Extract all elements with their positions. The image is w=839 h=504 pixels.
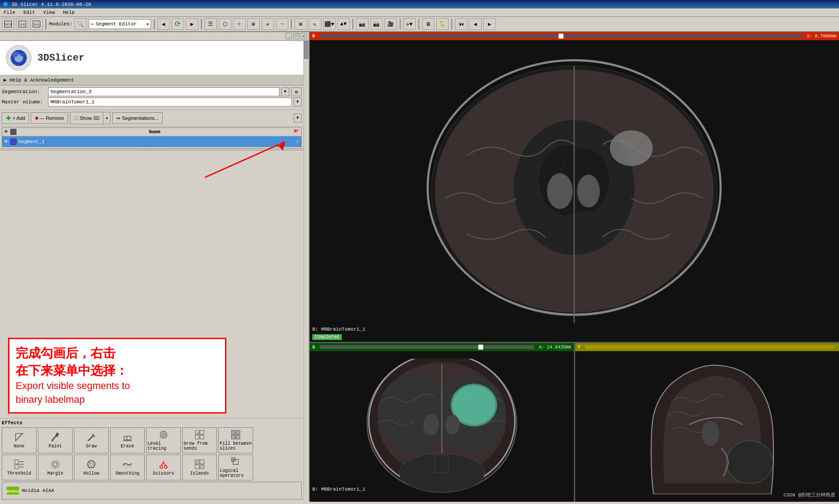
svg-point-74 bbox=[452, 385, 495, 425]
app-title: 3D Slicer 4.11.0-2020-06-20 bbox=[12, 2, 91, 7]
effect-logical-operators[interactable]: Logical operators bbox=[218, 455, 253, 480]
panel-chrome: _ □ ✕ bbox=[0, 32, 309, 41]
segmentation-options-btn[interactable]: ⚙ bbox=[291, 87, 302, 96]
toolbar-dcm-btn[interactable]: DCM bbox=[16, 18, 29, 30]
sagittal-brain-svg bbox=[588, 359, 826, 494]
panel-maximize-btn[interactable]: □ bbox=[293, 33, 299, 39]
toolbar-arrow-btn[interactable]: → bbox=[276, 18, 288, 30]
toolbar-back-btn[interactable]: ◀ bbox=[157, 18, 170, 30]
panel-close-btn[interactable]: ✕ bbox=[301, 33, 307, 39]
effect-smoothing[interactable]: Smoothing bbox=[110, 455, 145, 480]
paint-icon bbox=[50, 432, 61, 443]
toolbar-list-btn[interactable]: ☰ bbox=[205, 18, 217, 30]
menu-view[interactable]: View bbox=[41, 9, 57, 16]
completed-badge: Completed bbox=[312, 334, 342, 340]
seg-vis-icon: 👁 bbox=[4, 139, 8, 144]
effect-draw[interactable]: Draw bbox=[74, 427, 109, 453]
show3d-button[interactable]: ⬡ Show 3D bbox=[70, 112, 103, 124]
scissors-icon bbox=[158, 459, 169, 470]
viewer-green-label: G bbox=[312, 345, 315, 350]
effect-islands[interactable]: Islands bbox=[182, 455, 217, 480]
toolbar-save-btn[interactable]: SAVE bbox=[30, 18, 43, 30]
toolbar-python-btn[interactable]: 🐍 bbox=[436, 18, 449, 30]
red-arrow bbox=[196, 133, 303, 186]
effects-section: Effects None Paint Draw bbox=[0, 418, 303, 501]
viewer-green-value: A: 24.8435mm bbox=[539, 345, 571, 350]
toolbar-camera2-btn[interactable]: 📸 bbox=[370, 18, 383, 30]
panel-minimize-btn[interactable]: _ bbox=[286, 33, 292, 39]
svg-text:DCM: DCM bbox=[20, 23, 25, 26]
viewer-top-slider-thumb[interactable] bbox=[558, 33, 564, 39]
effect-hollow[interactable]: Hollow bbox=[74, 455, 109, 480]
panel-scrollbar[interactable] bbox=[303, 41, 309, 501]
toolbar-screen-btn[interactable]: 🖥 bbox=[422, 18, 434, 30]
segmentation-label: Segmentation: bbox=[2, 89, 46, 94]
add-icon: ✚ bbox=[6, 115, 11, 122]
toolbar-prev-btn[interactable]: ⏮ bbox=[455, 18, 467, 30]
toolbar-next-btn[interactable]: ▶ bbox=[483, 18, 496, 30]
erase-icon bbox=[122, 432, 133, 443]
toolbar-forward-btn[interactable]: ▶ bbox=[186, 18, 198, 30]
toolbar-nav-btn[interactable]: ⬛▼ bbox=[323, 18, 336, 30]
toolbar-camera3-btn[interactable]: 🎥 bbox=[385, 18, 397, 30]
master-volume-dropdown-btn[interactable]: ▼ bbox=[294, 98, 302, 107]
menu-file[interactable]: File bbox=[2, 9, 17, 16]
svg-rect-28 bbox=[236, 430, 240, 434]
svg-text:DATA: DATA bbox=[4, 23, 12, 26]
color-column-icon bbox=[10, 129, 16, 135]
svg-text:SAVE: SAVE bbox=[33, 23, 40, 26]
svg-rect-24 bbox=[200, 430, 204, 434]
viewer-yellow-slider[interactable] bbox=[585, 345, 834, 349]
menu-help[interactable]: Help bbox=[61, 9, 76, 16]
annotation-cn-line2: 在下来菜单中选择： bbox=[16, 362, 219, 379]
show3d-dropdown-btn[interactable]: ▼ bbox=[103, 112, 110, 124]
effect-margin[interactable]: Margin bbox=[38, 455, 73, 480]
effect-erase[interactable]: Erase bbox=[110, 427, 145, 453]
add-button[interactable]: ✚ + Add bbox=[2, 112, 29, 124]
help-collapsible[interactable]: ▶ Help & Acknowledgement bbox=[0, 75, 303, 85]
toolbar-prev2-btn[interactable]: ◀ bbox=[469, 18, 482, 30]
svg-point-60 bbox=[610, 130, 653, 166]
nvidia-aiaa-button[interactable]: NVIDIA Nvidia AIAA bbox=[2, 482, 302, 500]
svg-point-38 bbox=[160, 466, 163, 468]
effect-fill-between-slices[interactable]: Fill between slices bbox=[218, 427, 253, 453]
action-menu-btn[interactable]: ▼ bbox=[294, 114, 302, 123]
svg-rect-25 bbox=[195, 435, 199, 439]
viewer-green-slider[interactable] bbox=[319, 345, 534, 349]
modules-dropdown[interactable]: ✂ Segment Editor ▼ bbox=[89, 19, 151, 29]
panel-header: 3DSlicer bbox=[0, 41, 303, 75]
viewer-top-slider[interactable] bbox=[319, 34, 802, 38]
segmentation-dropdown-btn[interactable]: ▼ bbox=[281, 87, 289, 96]
none-icon bbox=[14, 432, 25, 443]
vis-icon: 👁 bbox=[4, 129, 8, 135]
toolbar-layout-btn[interactable]: ⊞ bbox=[295, 18, 307, 30]
viewer-green-slider-thumb[interactable] bbox=[478, 344, 483, 350]
svg-rect-29 bbox=[231, 435, 235, 439]
effect-scissors[interactable]: Scissors bbox=[146, 455, 181, 480]
right-panel: R S: 0.7000mm bbox=[310, 32, 839, 501]
effect-none[interactable]: None bbox=[2, 427, 37, 453]
toolbar-sphere-btn[interactable]: ● bbox=[233, 18, 246, 30]
effect-grow-from-seeds[interactable]: Grow from seeds bbox=[182, 427, 217, 453]
toolbar-data-btn[interactable]: DATA bbox=[2, 18, 14, 30]
toolbar-asterisk-btn[interactable]: ✳ bbox=[262, 18, 274, 30]
scrollbar-thumb[interactable] bbox=[304, 41, 308, 59]
toolbar-search-btn[interactable]: 🔍 bbox=[74, 18, 87, 30]
master-volume-input[interactable] bbox=[48, 98, 292, 107]
toolbar-crosshair-btn[interactable]: ✛▼ bbox=[403, 18, 416, 30]
grow-from-seeds-icon bbox=[194, 430, 205, 440]
segmentations-button[interactable]: ➡ Segmentations... bbox=[112, 112, 163, 124]
toolbar-camera-btn[interactable]: 📷 bbox=[356, 18, 368, 30]
effect-level-tracing[interactable]: Level tracing bbox=[146, 427, 181, 453]
effect-threshold[interactable]: Threshold bbox=[2, 455, 37, 480]
toolbar-home-btn[interactable]: ⟳ bbox=[172, 18, 184, 30]
effect-paint[interactable]: Paint bbox=[38, 427, 73, 453]
show3d-btn-group: ⬡ Show 3D ▼ bbox=[70, 112, 111, 124]
toolbar-grid-btn[interactable]: ⊞ bbox=[247, 18, 260, 30]
segmentation-input[interactable] bbox=[48, 87, 279, 96]
menu-edit[interactable]: Edit bbox=[21, 9, 37, 16]
toolbar-up-btn[interactable]: ▲▼ bbox=[337, 18, 350, 30]
remove-button[interactable]: ■ — Remove bbox=[31, 112, 68, 124]
toolbar-3d-btn[interactable]: ⬡ bbox=[219, 18, 231, 30]
toolbar-cursor-btn[interactable]: ↖ bbox=[309, 18, 321, 30]
